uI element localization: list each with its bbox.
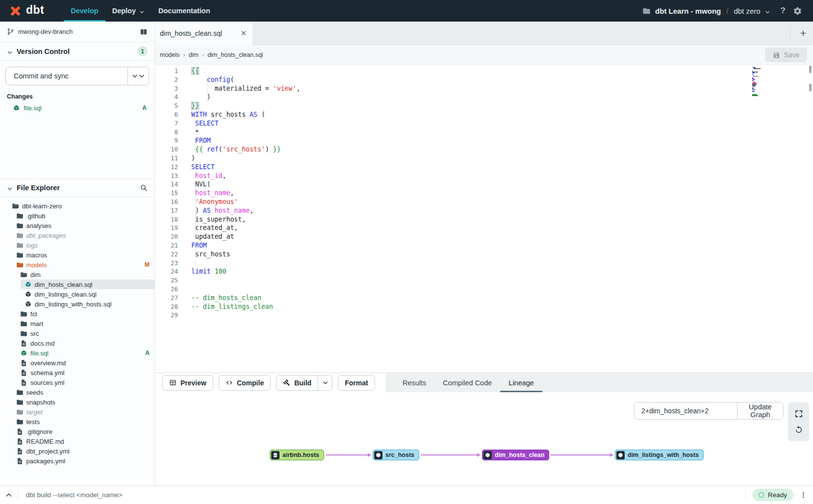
folder-icon bbox=[16, 252, 24, 259]
nav-item-deploy[interactable]: Deploy bbox=[105, 0, 152, 22]
tree-item-analyses[interactable]: analyses bbox=[0, 221, 154, 230]
folder-icon bbox=[20, 310, 27, 318]
save-button[interactable]: Save bbox=[765, 48, 807, 62]
tab-lineage[interactable]: Lineage bbox=[500, 373, 542, 392]
build-button[interactable]: Build bbox=[276, 375, 318, 391]
search-icon[interactable] bbox=[140, 184, 148, 192]
commit-and-sync-button[interactable]: Commit and sync bbox=[5, 67, 149, 85]
model-icon bbox=[25, 301, 32, 308]
commit-options-button[interactable] bbox=[127, 67, 149, 85]
button-label: Format bbox=[345, 379, 368, 387]
status-bar: dbt build --select <model_name> Ready bbox=[0, 485, 813, 504]
tree-item-schema-yml[interactable]: schema.yml bbox=[0, 368, 154, 378]
tree-item-target[interactable]: target bbox=[0, 407, 154, 417]
tree-item-logs[interactable]: logs bbox=[0, 240, 154, 250]
tree-item-seeds[interactable]: seeds bbox=[0, 387, 154, 397]
editor-tab[interactable]: dim_hosts_clean.sql ✕ bbox=[155, 22, 253, 45]
folder-icon bbox=[16, 389, 24, 396]
version-control-header[interactable]: Version Control 1 bbox=[0, 42, 154, 61]
nav-item-documentation[interactable]: Documentation bbox=[152, 0, 217, 22]
compile-button[interactable]: Compile bbox=[219, 375, 271, 391]
fullscreen-icon[interactable] bbox=[794, 409, 803, 418]
branch-name[interactable]: mwong-dev-branch bbox=[18, 28, 136, 35]
tree-item-dim-listings-clean-sql[interactable]: dim_listings_clean.sql bbox=[0, 289, 154, 299]
nav-item-develop[interactable]: Develop bbox=[64, 0, 105, 22]
preview-button[interactable]: Preview bbox=[162, 375, 213, 391]
file-icon bbox=[20, 359, 27, 367]
lineage-node-dim-hosts-clean[interactable]: dim_hosts_clean bbox=[482, 450, 549, 460]
project-name[interactable]: dbt Learn - mwong bbox=[655, 7, 721, 15]
build-options-button[interactable] bbox=[318, 375, 332, 391]
settings-gear-icon[interactable] bbox=[793, 6, 802, 16]
tree-item-src[interactable]: src bbox=[0, 328, 154, 338]
tree-item-docs-md[interactable]: docs.md bbox=[0, 338, 154, 348]
breadcrumb: models›dim›dim_hosts_clean.sql bbox=[160, 51, 263, 58]
account-area: dbt Learn - mwong / dbt zero ? bbox=[642, 0, 813, 22]
reset-view-icon[interactable] bbox=[794, 425, 803, 434]
file-explorer-header[interactable]: File Explorer bbox=[0, 178, 154, 197]
tab-compiled-code[interactable]: Compiled Code bbox=[434, 373, 500, 392]
lineage-node-dim-listings-with-hosts[interactable]: dim_listings_with_hosts bbox=[615, 450, 704, 460]
code-line: 12SELECT bbox=[155, 163, 813, 172]
tab-results[interactable]: Results bbox=[394, 373, 434, 392]
breadcrumb-item[interactable]: models bbox=[160, 51, 179, 58]
command-input[interactable]: dbt build --select <model_name> bbox=[26, 491, 745, 499]
tab-bar-divider bbox=[790, 25, 790, 41]
environment-selector[interactable]: dbt zero bbox=[734, 7, 760, 15]
tree-item-dbt-packages[interactable]: dbt_packages bbox=[0, 230, 154, 240]
lineage-edge bbox=[421, 454, 478, 455]
tab-close-icon[interactable]: ✕ bbox=[240, 29, 247, 38]
tree-item--gitignore[interactable]: .gitignore bbox=[0, 427, 154, 436]
tree-item-fct[interactable]: fct bbox=[0, 309, 154, 319]
tree-item-dim-listings-with-hosts-sql[interactable]: dim_listings_with_hosts.sql bbox=[0, 299, 154, 309]
environment-chevron-icon[interactable] bbox=[765, 8, 770, 14]
line-number: 2 bbox=[155, 76, 178, 84]
docs-panels-icon[interactable] bbox=[140, 28, 148, 36]
format-button[interactable]: Format bbox=[338, 375, 375, 391]
scrollbar-mark[interactable] bbox=[809, 66, 812, 73]
tree-item-label: file.sql bbox=[30, 350, 49, 357]
file-explorer-title: File Explorer bbox=[17, 184, 136, 192]
tree-item-packages-yml[interactable]: packages.yml bbox=[0, 456, 154, 466]
dbt-logo[interactable]: dbt bbox=[0, 0, 51, 22]
file-icon bbox=[16, 438, 24, 445]
breadcrumb-item[interactable]: dim bbox=[189, 51, 199, 58]
tree-item-sources-yml[interactable]: sources.yml bbox=[0, 378, 154, 387]
changed-file-row[interactable]: file.sql A bbox=[5, 103, 149, 113]
chevron-down-icon bbox=[7, 185, 13, 191]
help-icon[interactable]: ? bbox=[781, 6, 786, 16]
tree-item-dbt-learn-zero[interactable]: dbt-learn-zero bbox=[0, 201, 154, 211]
line-number: 12 bbox=[155, 163, 178, 172]
tree-item-overview-md[interactable]: overview.md bbox=[0, 358, 154, 368]
line-number: 8 bbox=[155, 128, 178, 137]
lineage-node-src-hosts[interactable]: src_hosts bbox=[373, 450, 419, 460]
chevron-down-icon bbox=[322, 379, 329, 386]
tree-item--github[interactable]: .github bbox=[0, 211, 154, 221]
code-minimap[interactable] bbox=[752, 66, 767, 97]
tree-item-snapshots[interactable]: snapshots bbox=[0, 397, 154, 407]
scrollbar-mark[interactable] bbox=[809, 84, 812, 91]
code-line: 18 is_superhost, bbox=[155, 215, 813, 224]
code-editor[interactable]: 1{{2 config(3 materialized = 'view',4 )5… bbox=[155, 65, 813, 373]
panel-collapse-chevron-icon[interactable] bbox=[0, 491, 18, 499]
update-graph-button[interactable]: Update Graph bbox=[737, 403, 783, 419]
tree-item-dim[interactable]: dim bbox=[0, 270, 154, 279]
lineage-node-airbnb-hosts[interactable]: airbnb.hosts bbox=[270, 450, 324, 460]
tree-item-dbt-project-yml[interactable]: dbt_project.yml bbox=[0, 446, 154, 456]
tree-item-mart[interactable]: mart bbox=[0, 319, 154, 328]
file-icon bbox=[16, 448, 24, 455]
tree-item-readme-md[interactable]: README.md bbox=[0, 436, 154, 446]
tree-item-tests[interactable]: tests bbox=[0, 417, 154, 427]
tree-item-macros[interactable]: macros bbox=[0, 250, 154, 260]
tree-item-models[interactable]: modelsM bbox=[0, 260, 154, 270]
new-tab-button[interactable]: + bbox=[800, 22, 806, 45]
lineage-node-label: dim_listings_with_hosts bbox=[628, 452, 699, 458]
breadcrumb-item[interactable]: dim_hosts_clean.sql bbox=[207, 51, 263, 58]
tree-item-dim-hosts-clean-sql[interactable]: dim_hosts_clean.sql bbox=[21, 279, 154, 289]
status-badge: Ready bbox=[752, 489, 793, 501]
editor-pane: dim_hosts_clean.sql ✕ + models›dim›dim_h… bbox=[155, 22, 813, 485]
lineage-selector-input[interactable] bbox=[635, 403, 737, 419]
kebab-menu-icon[interactable] bbox=[793, 491, 813, 499]
tree-item-file-sql[interactable]: file.sqlA bbox=[0, 348, 154, 358]
file-icon bbox=[20, 379, 27, 386]
